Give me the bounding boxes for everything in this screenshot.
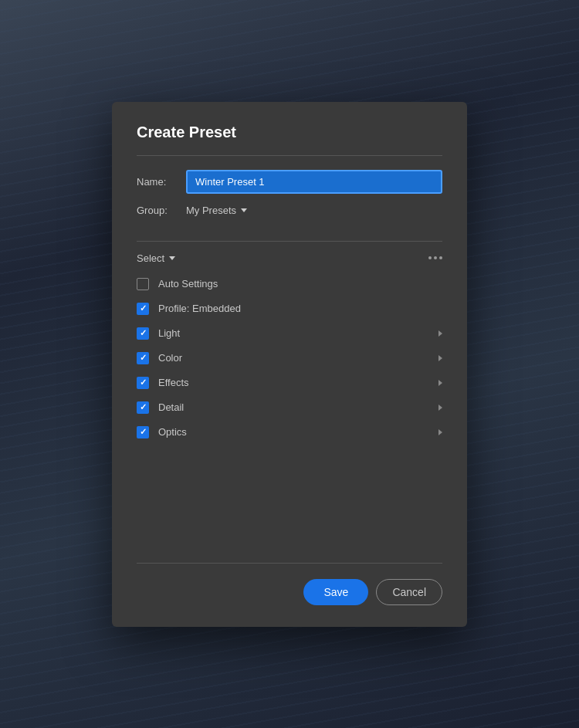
group-value-text: My Presets: [186, 205, 236, 216]
name-label: Name:: [137, 176, 186, 188]
save-button[interactable]: Save: [303, 579, 368, 605]
spacer: [137, 445, 442, 506]
effects-checkbox[interactable]: ✓: [137, 377, 149, 389]
group-chevron-down-icon: [241, 208, 247, 212]
more-options-button[interactable]: [428, 256, 442, 259]
dot-icon-2: [434, 256, 437, 259]
select-dropdown[interactable]: Select: [137, 252, 175, 264]
color-checkbox[interactable]: ✓: [137, 352, 149, 364]
list-item: ✓ Optics: [137, 420, 442, 445]
select-chevron-down-icon: [169, 256, 175, 260]
effects-label: Effects: [158, 377, 427, 388]
check-icon: ✓: [140, 354, 147, 362]
detail-chevron-icon: [438, 405, 442, 411]
list-item: ✓ Effects: [137, 371, 442, 395]
dot-icon-3: [439, 256, 442, 259]
dialog-backdrop: Create Preset Name: Group: My Presets: [0, 0, 579, 728]
auto-settings-checkbox[interactable]: [137, 278, 149, 290]
check-icon: ✓: [140, 403, 147, 411]
effects-chevron-icon: [438, 380, 442, 386]
optics-chevron-icon: [438, 429, 442, 435]
profile-embedded-label: Profile: Embedded: [158, 303, 442, 314]
select-row: Select: [137, 242, 442, 272]
color-label: Color: [158, 352, 427, 364]
dot-icon-1: [428, 256, 432, 259]
select-label: Select: [137, 252, 164, 264]
group-row: Group: My Presets: [137, 205, 442, 216]
check-icon: ✓: [140, 329, 147, 337]
cancel-button[interactable]: Cancel: [376, 579, 442, 605]
detail-checkbox[interactable]: ✓: [137, 401, 149, 414]
check-icon: ✓: [140, 378, 147, 387]
dialog-body: Create Preset Name: Group: My Presets: [112, 102, 467, 547]
color-chevron-icon: [438, 355, 442, 361]
light-label: Light: [158, 327, 427, 339]
group-label: Group:: [137, 205, 186, 216]
group-dropdown[interactable]: My Presets: [186, 205, 247, 216]
optics-label: Optics: [158, 426, 427, 438]
light-chevron-icon: [438, 330, 442, 337]
dialog-footer: Save Cancel: [112, 547, 467, 627]
profile-embedded-checkbox[interactable]: ✓: [137, 303, 149, 315]
list-item: Auto Settings: [137, 272, 442, 296]
check-icon: ✓: [140, 304, 147, 313]
checkbox-list: Auto Settings ✓ Profile: Embedded ✓ Ligh…: [137, 272, 442, 445]
auto-settings-label: Auto Settings: [158, 278, 442, 290]
light-checkbox[interactable]: ✓: [137, 327, 149, 340]
list-item: ✓ Detail: [137, 395, 442, 420]
footer-divider: [137, 563, 442, 564]
name-input[interactable]: [186, 170, 442, 194]
optics-checkbox[interactable]: ✓: [137, 426, 149, 438]
create-preset-dialog: Create Preset Name: Group: My Presets: [112, 102, 467, 627]
list-item: ✓ Profile: Embedded: [137, 296, 442, 321]
footer-buttons: Save Cancel: [137, 579, 442, 605]
name-row: Name:: [137, 170, 442, 194]
check-icon: ✓: [140, 428, 147, 436]
detail-label: Detail: [158, 401, 427, 413]
dialog-title: Create Preset: [137, 124, 442, 141]
list-item: ✓ Color: [137, 346, 442, 371]
list-item: ✓ Light: [137, 321, 442, 346]
form-section: Name: Group: My Presets: [137, 156, 442, 235]
